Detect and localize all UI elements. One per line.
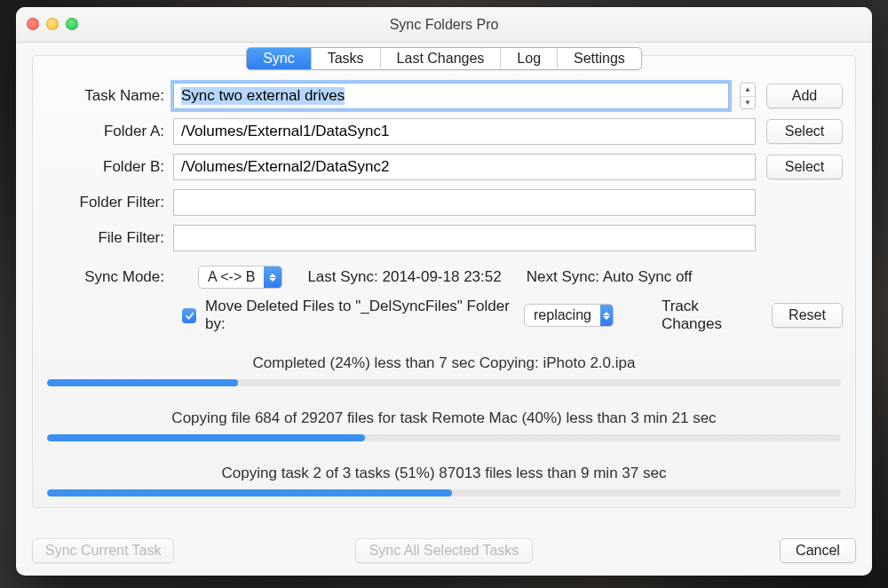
progress-3-bar — [47, 489, 841, 497]
progress-2-label: Copying file 684 of 29207 files for task… — [47, 409, 841, 427]
tab-bar: Sync Tasks Last Changes Log Settings — [246, 47, 642, 70]
task-name-input[interactable] — [173, 83, 729, 109]
zoom-icon[interactable] — [66, 18, 78, 30]
next-sync-text: Next Sync: Auto Sync off — [527, 268, 693, 286]
label-folder-a: Folder A: — [45, 123, 173, 140]
updown-icon — [600, 305, 613, 326]
progress-2-bar — [47, 434, 841, 441]
progress-1-label: Completed (24%) less than 7 sec Copying:… — [47, 354, 841, 372]
file-filter-input[interactable] — [173, 225, 756, 251]
progress-3-label: Copying task 2 of 3 tasks (51%) 87013 fi… — [47, 465, 841, 482]
task-name-stepper[interactable]: ▲ ▼ — [740, 83, 756, 109]
add-button[interactable]: Add — [766, 83, 843, 108]
label-sync-mode: Sync Mode: — [45, 268, 173, 286]
minimize-icon[interactable] — [46, 18, 59, 30]
window-title: Sync Folders Pro — [390, 17, 499, 33]
track-changes-label: Track Changes — [662, 298, 757, 333]
folder-filter-input[interactable] — [173, 189, 756, 216]
tab-last-changes[interactable]: Last Changes — [381, 48, 502, 69]
sync-mode-value: A <-> B — [199, 269, 264, 285]
close-icon[interactable] — [27, 18, 39, 30]
main-panel: Sync Tasks Last Changes Log Settings Tas… — [32, 55, 856, 508]
progress-1-bar — [47, 379, 841, 386]
app-window: Sync Folders Pro Sync Tasks Last Changes… — [16, 7, 872, 576]
progress-3-fill — [47, 489, 452, 497]
folder-a-input[interactable] — [173, 118, 756, 145]
footer: Sync Current Task Sync All Selected Task… — [32, 538, 856, 563]
move-deleted-checkbox[interactable] — [182, 308, 196, 323]
sync-mode-select[interactable]: A <-> B — [198, 266, 282, 289]
title-bar: Sync Folders Pro — [16, 7, 872, 43]
tab-sync[interactable]: Sync — [247, 48, 312, 69]
move-deleted-mode-value: replacing — [525, 307, 600, 323]
tab-settings[interactable]: Settings — [558, 48, 641, 69]
progress-1-fill — [47, 379, 238, 386]
window-controls — [27, 18, 78, 30]
last-sync-text: Last Sync: 2014-09-18 23:52 — [307, 268, 501, 286]
select-folder-a-button[interactable]: Select — [766, 119, 843, 144]
updown-icon — [264, 266, 281, 288]
check-icon — [185, 311, 194, 321]
chevron-up-icon[interactable]: ▲ — [741, 83, 755, 97]
folder-b-input[interactable] — [173, 154, 756, 180]
tab-log[interactable]: Log — [501, 48, 558, 69]
chevron-down-icon[interactable]: ▼ — [741, 97, 755, 109]
label-task-name: Task Name: — [45, 87, 173, 105]
reset-button[interactable]: Reset — [772, 303, 843, 328]
label-folder-b: Folder B: — [45, 158, 173, 176]
desktop-background: Sync Folders Pro Sync Tasks Last Changes… — [0, 0, 888, 588]
progress-2-fill — [47, 434, 365, 441]
select-folder-b-button[interactable]: Select — [766, 155, 843, 179]
label-file-filter: File Filter: — [45, 229, 173, 247]
tab-tasks[interactable]: Tasks — [312, 48, 381, 69]
sync-all-selected-tasks-button[interactable]: Sync All Selected Tasks — [355, 538, 533, 563]
move-deleted-label: Move Deleted Files to "_DelSyncFiles" Fo… — [205, 298, 515, 333]
label-folder-filter: Folder Filter: — [45, 194, 173, 211]
move-deleted-mode-select[interactable]: replacing — [524, 304, 614, 327]
